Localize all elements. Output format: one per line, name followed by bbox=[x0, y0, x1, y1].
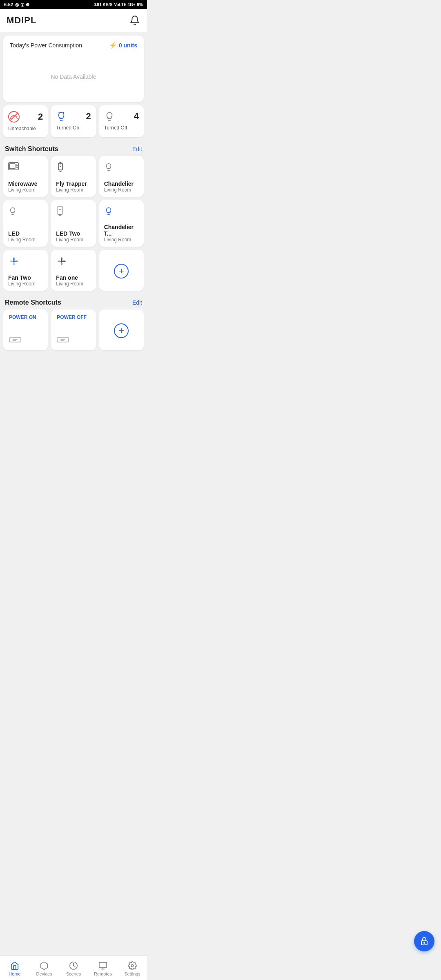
switch-shortcuts-grid-row3: Fan Two Living Room Fan one Living Room bbox=[0, 250, 147, 294]
switch-svg bbox=[56, 206, 64, 216]
chandelier-svg bbox=[104, 162, 113, 172]
svg-rect-5 bbox=[9, 164, 15, 169]
unreachable-count: 2 bbox=[38, 111, 43, 122]
no-data-message: No Data Available bbox=[10, 65, 137, 96]
shortcut-fly-trapper[interactable]: Fly Trapper Living Room bbox=[51, 156, 96, 197]
power-card-title: Today's Power Consumption bbox=[10, 42, 82, 49]
speed: 0.91 KB/S bbox=[94, 2, 112, 7]
wifi-off-icon bbox=[8, 111, 20, 122]
remote-power-on[interactable]: POWER ON bbox=[3, 310, 48, 350]
switch-shortcuts-header: Switch Shortcuts Edit bbox=[0, 140, 147, 156]
power-off-label: POWER OFF bbox=[57, 314, 90, 320]
shortcut-chandelier-t[interactable]: Chandelier T... Living Room bbox=[99, 200, 144, 247]
switch-shortcuts-title: Switch Shortcuts bbox=[5, 145, 58, 153]
network: VoLTE 4G+ bbox=[114, 2, 135, 7]
shortcut-chandelier[interactable]: Chandelier Living Room bbox=[99, 156, 144, 197]
bell-icon bbox=[129, 15, 140, 26]
main-content: Today's Power Consumption ⚡ 0 units No D… bbox=[0, 36, 147, 382]
led-svg bbox=[8, 206, 17, 216]
svg-rect-14 bbox=[58, 206, 62, 214]
led-two-icon bbox=[56, 206, 91, 219]
svg-point-7 bbox=[16, 167, 18, 168]
chandelier-t-room: Living Room bbox=[104, 237, 139, 243]
trapper-svg bbox=[56, 162, 65, 172]
bulb-on-icon bbox=[56, 111, 67, 122]
svg-point-6 bbox=[16, 165, 18, 166]
fan-one-name: Fan one bbox=[56, 274, 91, 281]
chandelier-room: Living Room bbox=[104, 187, 139, 193]
stat-card-top: 2 bbox=[56, 111, 91, 122]
shortcut-add-remote[interactable]: + bbox=[99, 310, 144, 350]
fly-trapper-room: Living Room bbox=[56, 187, 91, 193]
fan-two-room: Living Room bbox=[8, 281, 43, 287]
svg-point-18 bbox=[13, 261, 15, 263]
led-room: Living Room bbox=[8, 237, 43, 243]
shortcut-microwave[interactable]: Microwave Living Room bbox=[3, 156, 48, 197]
turned-on-count: 2 bbox=[86, 111, 91, 122]
turned-on-label: Turned On bbox=[56, 125, 91, 131]
fan-one-icon bbox=[56, 256, 91, 270]
stat-card-turned-on: 2 Turned On bbox=[51, 105, 96, 137]
switch-shortcuts-grid-row1: Microwave Living Room Fly Trapper Living… bbox=[0, 156, 147, 200]
app-title: MDIPL bbox=[7, 15, 36, 26]
switch-shortcuts-grid-row2: LED Living Room LED Two Living Room bbox=[0, 200, 147, 250]
shortcut-led[interactable]: LED Living Room bbox=[3, 200, 48, 247]
chandelier-t-icon bbox=[104, 206, 139, 219]
lightning-icon: ⚡ bbox=[109, 41, 117, 49]
stat-card-turned-off: 4 Turned Off bbox=[99, 105, 144, 137]
led-name: LED bbox=[8, 230, 43, 237]
chandelier-icon bbox=[104, 162, 139, 175]
remote-on-icon bbox=[9, 336, 42, 345]
add-switch-icon: + bbox=[114, 264, 129, 278]
power-card: Today's Power Consumption ⚡ 0 units No D… bbox=[3, 36, 144, 102]
microwave-icon bbox=[8, 162, 43, 173]
remote-off-icon bbox=[57, 336, 90, 345]
status-right: 0.91 KB/S VoLTE 4G+ 9% bbox=[94, 2, 143, 7]
battery: 9% bbox=[137, 2, 143, 7]
stat-card-top: 4 bbox=[104, 111, 139, 122]
remote-shortcuts-title: Remote Shortcuts bbox=[5, 299, 61, 306]
svg-point-19 bbox=[61, 261, 63, 263]
microwave-svg bbox=[8, 162, 19, 171]
stats-row: 2 Unreachable 2 Turned On bbox=[3, 105, 144, 137]
fan-one-room: Living Room bbox=[56, 281, 91, 287]
bulb-off-icon bbox=[104, 111, 115, 122]
status-icons: ◎ ◎ ⊕ bbox=[15, 2, 29, 7]
svg-line-1 bbox=[59, 112, 60, 113]
svg-point-16 bbox=[59, 214, 61, 216]
power-card-header: Today's Power Consumption ⚡ 0 units bbox=[10, 41, 137, 49]
microwave-name: Microwave bbox=[8, 180, 43, 187]
led-two-name: LED Two bbox=[56, 230, 91, 237]
fly-trapper-name: Fly Trapper bbox=[56, 180, 91, 187]
stat-card-top: 2 bbox=[8, 111, 43, 122]
notification-bell-button[interactable] bbox=[129, 15, 140, 26]
time: 6:52 bbox=[4, 2, 13, 7]
remote-shortcuts-header: Remote Shortcuts Edit bbox=[0, 294, 147, 310]
unreachable-label: Unreachable bbox=[8, 126, 43, 131]
status-bar: 6:52 ◎ ◎ ⊕ 0.91 KB/S VoLTE 4G+ 9% bbox=[0, 0, 147, 9]
power-on-label: POWER ON bbox=[9, 314, 42, 320]
remote-power-off[interactable]: POWER OFF bbox=[51, 310, 96, 350]
turned-off-count: 4 bbox=[134, 111, 139, 122]
fan-two-name: Fan Two bbox=[8, 274, 43, 281]
units-value: 0 units bbox=[119, 42, 137, 49]
fan-two-svg bbox=[8, 256, 20, 267]
shortcut-fan-two[interactable]: Fan Two Living Room bbox=[3, 250, 48, 291]
turned-off-label: Turned Off bbox=[104, 125, 139, 131]
remote-shortcuts-edit-button[interactable]: Edit bbox=[132, 299, 142, 306]
shortcut-led-two[interactable]: LED Two Living Room bbox=[51, 200, 96, 247]
ac-remote-off-icon bbox=[57, 336, 69, 343]
chandelier-t-name: Chandelier T... bbox=[104, 224, 139, 237]
stat-card-unreachable: 2 Unreachable bbox=[3, 105, 48, 137]
shortcut-fan-one[interactable]: Fan one Living Room bbox=[51, 250, 96, 291]
switch-shortcuts-edit-button[interactable]: Edit bbox=[132, 146, 142, 152]
chandelier-t-svg bbox=[104, 206, 113, 216]
shortcut-add-switch[interactable]: + bbox=[99, 250, 144, 291]
fan-two-icon bbox=[8, 256, 43, 270]
chandelier-name: Chandelier bbox=[104, 180, 139, 187]
add-remote-icon: + bbox=[114, 323, 129, 338]
ac-remote-icon bbox=[9, 336, 21, 343]
microwave-room: Living Room bbox=[8, 187, 43, 193]
header: MDIPL bbox=[0, 9, 147, 32]
led-two-room: Living Room bbox=[56, 237, 91, 243]
